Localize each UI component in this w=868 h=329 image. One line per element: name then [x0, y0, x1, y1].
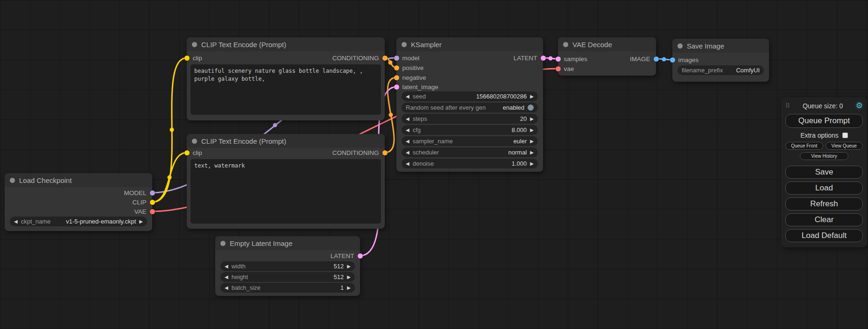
- node-title-bar[interactable]: CLIP Text Encode (Prompt): [187, 37, 385, 51]
- node-title-bar[interactable]: Save Image: [672, 39, 769, 53]
- output-slot-latent[interactable]: LATENT: [331, 251, 363, 261]
- arrow-left-icon[interactable]: ◀: [406, 161, 409, 166]
- arrow-right-icon[interactable]: ▶: [530, 161, 534, 166]
- input-slot-positive[interactable]: positive: [394, 63, 424, 73]
- negative-prompt-textarea[interactable]: text, watermark: [191, 159, 381, 224]
- input-slot-clip[interactable]: clip: [184, 53, 202, 63]
- node-collapse-dot-icon[interactable]: [192, 139, 197, 144]
- slot-dot[interactable]: [654, 56, 659, 62]
- input-slot-clip[interactable]: clip: [184, 147, 202, 158]
- node-empty-latent-image[interactable]: Empty Latent Image LATENT ◀ width 512 ▶ …: [215, 236, 360, 296]
- input-slot-latent-image[interactable]: latent_image: [394, 82, 438, 92]
- slot-dot[interactable]: [184, 56, 190, 61]
- save-button[interactable]: Save: [785, 166, 863, 179]
- slot-dot[interactable]: [394, 65, 399, 70]
- arrow-left-icon[interactable]: ◀: [406, 139, 409, 144]
- arrow-right-icon[interactable]: ▶: [347, 286, 351, 290]
- view-queue-button[interactable]: View Queue: [826, 142, 863, 150]
- arrow-right-icon[interactable]: ▶: [530, 150, 534, 155]
- node-vae-decode[interactable]: VAE Decode samples vae IMAGE: [558, 37, 656, 76]
- arrow-right-icon[interactable]: ▶: [139, 219, 143, 224]
- arrow-left-icon[interactable]: ◀: [406, 117, 409, 121]
- arrow-right-icon[interactable]: ▶: [530, 139, 534, 144]
- arrow-right-icon[interactable]: ▶: [347, 264, 351, 269]
- arrow-right-icon[interactable]: ▶: [530, 128, 534, 133]
- arrow-left-icon[interactable]: ◀: [406, 150, 409, 155]
- load-default-button[interactable]: Load Default: [785, 229, 863, 242]
- widget-cfg[interactable]: ◀ cfg 8.000 ▶: [402, 125, 538, 135]
- widget-random-seed-toggle[interactable]: Random seed after every gen enabled: [402, 103, 538, 112]
- comfyui-canvas[interactable]: { "colors": { "model": "#B39DDB", "clip"…: [0, 0, 868, 329]
- node-save-image[interactable]: Save Image images filename_prefix ComfyU…: [672, 39, 769, 82]
- slot-dot[interactable]: [150, 209, 155, 214]
- slot-dot[interactable]: [184, 150, 190, 155]
- arrow-left-icon[interactable]: ◀: [14, 219, 18, 224]
- arrow-left-icon[interactable]: ◀: [406, 128, 409, 133]
- widget-batch-size[interactable]: ◀ batch_size 1 ▶: [220, 283, 355, 293]
- positive-prompt-textarea[interactable]: beautiful scenery nature glass bottle la…: [191, 64, 381, 115]
- input-slot-negative[interactable]: negative: [394, 72, 426, 83]
- arrow-left-icon[interactable]: ◀: [225, 286, 228, 290]
- load-button[interactable]: Load: [785, 182, 863, 195]
- arrow-right-icon[interactable]: ▶: [347, 275, 351, 280]
- output-slot-vae[interactable]: VAE: [134, 206, 155, 217]
- node-collapse-dot-icon[interactable]: [220, 241, 226, 246]
- slot-dot[interactable]: [556, 66, 561, 71]
- node-title-bar[interactable]: CLIP Text Encode (Prompt): [187, 134, 385, 148]
- node-title-bar[interactable]: KSampler: [396, 37, 543, 51]
- slot-dot[interactable]: [670, 57, 675, 63]
- queue-front-button[interactable]: Queue Front: [785, 142, 823, 150]
- slot-dot[interactable]: [394, 56, 399, 61]
- arrow-right-icon[interactable]: ▶: [530, 94, 534, 99]
- refresh-button[interactable]: Refresh: [785, 197, 863, 210]
- node-title-bar[interactable]: VAE Decode: [558, 37, 656, 51]
- clear-button[interactable]: Clear: [785, 213, 863, 226]
- output-slot-model[interactable]: MODEL: [124, 188, 155, 198]
- slot-dot[interactable]: [382, 56, 388, 61]
- arrow-left-icon[interactable]: ◀: [406, 94, 409, 99]
- extra-options-checkbox[interactable]: [842, 133, 848, 138]
- node-collapse-dot-icon[interactable]: [677, 43, 683, 49]
- node-collapse-dot-icon[interactable]: [402, 42, 407, 47]
- widget-height[interactable]: ◀ height 512 ▶: [220, 272, 355, 282]
- slot-dot[interactable]: [358, 253, 363, 259]
- drag-handle-icon[interactable]: ⠿: [785, 102, 790, 109]
- toggle-knob-icon[interactable]: [528, 105, 534, 111]
- node-collapse-dot-icon[interactable]: [10, 178, 15, 183]
- input-slot-samples[interactable]: samples: [556, 54, 587, 64]
- input-slot-images[interactable]: images: [670, 55, 699, 65]
- input-slot-model[interactable]: model: [394, 53, 420, 63]
- output-slot-conditioning[interactable]: CONDITIONING: [332, 147, 388, 158]
- slot-dot[interactable]: [556, 56, 561, 62]
- widget-sampler-name[interactable]: ◀ sampler_name euler ▶: [402, 136, 538, 146]
- widget-seed[interactable]: ◀ seed 156680208700286 ▶: [402, 91, 538, 101]
- output-slot-conditioning[interactable]: CONDITIONING: [332, 53, 388, 63]
- arrow-left-icon[interactable]: ◀: [225, 275, 228, 280]
- widget-ckpt-name[interactable]: ◀ ckpt_name v1-5-pruned-emaonly.ckpt ▶: [10, 217, 147, 226]
- widget-scheduler[interactable]: ◀ scheduler normal ▶: [402, 147, 538, 157]
- slot-dot[interactable]: [394, 75, 399, 80]
- settings-gear-icon[interactable]: ⚙: [856, 101, 863, 111]
- widget-filename-prefix[interactable]: filename_prefix ComfyUI: [677, 65, 764, 75]
- node-load-checkpoint[interactable]: Load Checkpoint MODEL CLIP VAE ◀ ckpt_na…: [5, 173, 152, 231]
- slot-dot[interactable]: [150, 190, 155, 196]
- output-slot-image[interactable]: IMAGE: [630, 54, 659, 64]
- input-slot-vae[interactable]: vae: [556, 63, 574, 74]
- arrow-right-icon[interactable]: ▶: [530, 117, 534, 121]
- output-slot-clip[interactable]: CLIP: [132, 197, 155, 207]
- node-title-bar[interactable]: Empty Latent Image: [215, 236, 360, 250]
- widget-steps[interactable]: ◀ steps 20 ▶: [402, 114, 538, 124]
- node-clip-text-encode-negative[interactable]: CLIP Text Encode (Prompt) clip CONDITION…: [187, 134, 385, 229]
- node-collapse-dot-icon[interactable]: [563, 42, 568, 47]
- queue-prompt-button[interactable]: Queue Prompt: [785, 114, 863, 128]
- output-slot-latent[interactable]: LATENT: [514, 53, 546, 63]
- node-collapse-dot-icon[interactable]: [192, 42, 197, 47]
- slot-dot[interactable]: [382, 150, 388, 155]
- view-history-button[interactable]: View History: [800, 152, 848, 160]
- widget-denoise[interactable]: ◀ denoise 1.000 ▶: [402, 159, 538, 168]
- slot-dot[interactable]: [394, 84, 399, 90]
- slot-dot[interactable]: [150, 200, 155, 205]
- node-ksampler[interactable]: KSampler model positive negative latent_…: [396, 37, 543, 172]
- node-clip-text-encode-positive[interactable]: CLIP Text Encode (Prompt) clip CONDITION…: [187, 37, 385, 120]
- widget-width[interactable]: ◀ width 512 ▶: [220, 261, 355, 271]
